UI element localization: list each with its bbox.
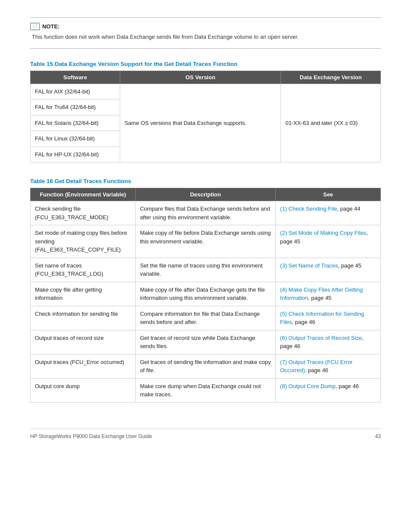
table16-function-1: Check sending file (FCU_E363_TRACE_MODE) <box>31 201 136 225</box>
table16-header-see: See <box>276 188 381 201</box>
table16-description-5: Compare information for file that Data E… <box>135 306 275 330</box>
table16-see-8: (8) Output Core Dump, page 46 <box>276 378 381 402</box>
table16-description-2: Make copy of file before Data Exchange s… <box>135 225 275 258</box>
page-footer: HP StorageWorks P9000 Data Exchange User… <box>30 429 381 439</box>
note-section: 📄 NOTE: This function does not work when… <box>30 17 381 49</box>
table-row: Set name of traces (FCU_E363_TRACE_LOG)S… <box>31 258 381 282</box>
table15-header-software: Software <box>31 71 120 84</box>
note-label: NOTE: <box>42 23 59 30</box>
note-text: This function does not work when Data Ex… <box>32 33 381 41</box>
table15-software-3: FAL for Solaris (32/64-bit) <box>31 115 120 131</box>
table16-header-description: Description <box>135 188 275 201</box>
table15-dx-version: 01-XX-63 and later (XX ≥ 03) <box>281 84 381 162</box>
table-row: Set mode of making copy files before sen… <box>31 225 381 258</box>
table15-software-5: FAL for HP-UX (32/64-bit) <box>31 146 120 162</box>
table15-software-1: FAL for AIX (32/64-bit) <box>31 84 120 100</box>
table16-function-5: Check information for sending file <box>31 306 136 330</box>
table16-description-4: Make copy of file after Data Exchange ge… <box>135 282 275 306</box>
table16-see-4: (4) Make Copy Files After Getting Inform… <box>276 282 381 306</box>
table-row: Output core dumpMake core dump when Data… <box>31 378 381 402</box>
table15-title: Table 15 Data Exchange Version Support f… <box>30 61 381 67</box>
table16-function-6: Output traces of record size <box>31 330 136 354</box>
table-row: Check sending file (FCU_E363_TRACE_MODE)… <box>31 201 381 225</box>
note-icon: 📄 <box>30 23 40 30</box>
table16-function-7: Output traces (FCU_Error occurred) <box>31 354 136 378</box>
table16-header-function: Function (Environment Variable) <box>31 188 136 201</box>
table-row: FAL for AIX (32/64-bit) Same OS versions… <box>31 84 381 100</box>
footer-product: HP StorageWorks P9000 Data Exchange User… <box>30 433 152 439</box>
table16-see-7: (7) Output Traces (FCU Error Occurred), … <box>276 354 381 378</box>
table16-description-3: Set the file name of traces using this e… <box>135 258 275 282</box>
table16-function-2: Set mode of making copy files before sen… <box>31 225 136 258</box>
table15-os-version: Same OS versions that Data Exchange supp… <box>120 84 281 162</box>
table16-see-3: (3) Set Name of Traces, page 45 <box>276 258 381 282</box>
table16-description-6: Get traces of record size while Data Exc… <box>135 330 275 354</box>
table-row: Output traces (FCU_Error occurred)Get tr… <box>31 354 381 378</box>
table16-description-7: Get traces of sending file information a… <box>135 354 275 378</box>
table-row: Output traces of record sizeGet traces o… <box>31 330 381 354</box>
table15: Software OS Version Data Exchange Versio… <box>30 71 381 163</box>
table16-title: Table 16 Get Detail Traces Functions <box>30 178 381 184</box>
table16: Function (Environment Variable) Descript… <box>30 188 381 403</box>
table16-function-3: Set name of traces (FCU_E363_TRACE_LOG) <box>31 258 136 282</box>
table15-software-2: FAL for Tru64 (32/64-bit) <box>31 100 120 115</box>
note-header: 📄 NOTE: <box>30 23 381 30</box>
table16-see-2: (2) Set Mode of Making Copy Files, page … <box>276 225 381 258</box>
table15-header-os: OS Version <box>120 71 281 84</box>
table16-see-5: (5) Check Information for Sending Files,… <box>276 306 381 330</box>
table16-description-1: Compare files that Data Exchange sends b… <box>135 201 275 225</box>
table16-function-8: Output core dump <box>31 378 136 402</box>
footer-page: 43 <box>375 433 381 439</box>
table15-header-version: Data Exchange Version <box>281 71 381 84</box>
table16-see-1: (1) Check Sending File, page 44 <box>276 201 381 225</box>
table-row: Make copy file after getting information… <box>31 282 381 306</box>
table-row: Check information for sending fileCompar… <box>31 306 381 330</box>
table16-see-6: (6) Output Traces of Record Size, page 4… <box>276 330 381 354</box>
table16-function-4: Make copy file after getting information <box>31 282 136 306</box>
table15-software-4: FAL for Linux (32/64-bit) <box>31 131 120 147</box>
table16-description-8: Make core dump when Data Exchange could … <box>135 378 275 402</box>
